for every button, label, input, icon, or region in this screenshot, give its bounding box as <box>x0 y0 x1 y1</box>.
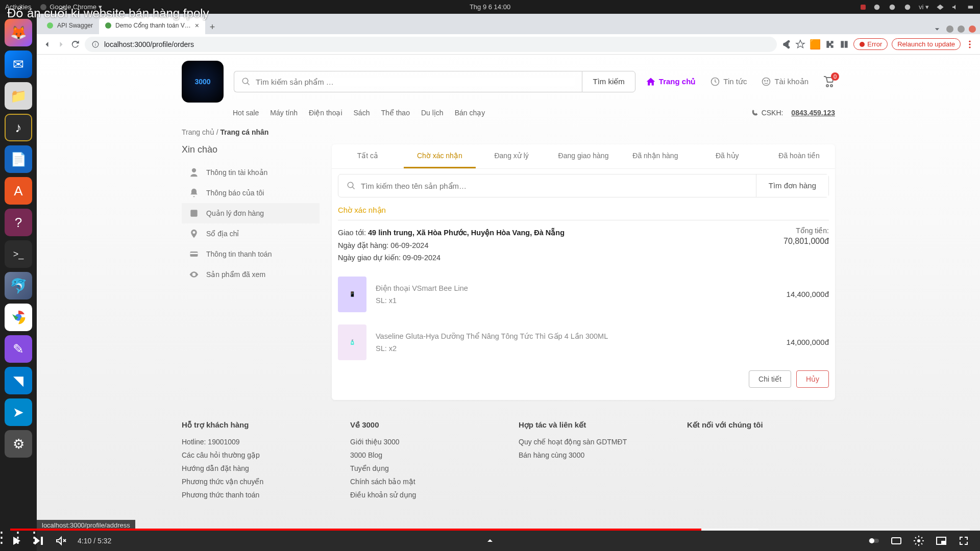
dock-terminal-icon[interactable]: >_ <box>5 240 32 268</box>
footer-link[interactable]: Điều khoản sử dụng <box>350 491 498 499</box>
tab-close-icon[interactable]: × <box>195 21 199 30</box>
subnav-item[interactable]: Thể thao <box>381 109 409 117</box>
subnav-item[interactable]: Sách <box>354 109 370 117</box>
dock-files-icon[interactable]: 📁 <box>5 82 32 110</box>
error-badge[interactable]: Error <box>853 38 888 50</box>
subnav-item[interactable]: Điện thoại <box>309 109 342 117</box>
footer-link[interactable]: 3000 Blog <box>350 451 498 459</box>
tab-shipping[interactable]: Đang giao hàng <box>548 144 620 168</box>
captions-icon[interactable] <box>890 535 902 547</box>
dock-rhythmbox-icon[interactable]: ♪ <box>5 114 32 141</box>
dock-telegram-icon[interactable]: ➤ <box>5 398 32 426</box>
sidebar-item-viewed[interactable]: Sản phẩm đã xem <box>182 264 320 285</box>
hotline-number[interactable]: 0843.459.123 <box>791 109 835 117</box>
forward-icon[interactable] <box>56 39 66 49</box>
tray-icon[interactable] <box>873 3 881 11</box>
puzzle-icon[interactable] <box>825 39 835 49</box>
product-name: Vaseline Gluta-Hya Dưỡng Thể Nâng Tông T… <box>376 332 777 340</box>
window-controls-icon[interactable] <box>839 39 849 49</box>
browser-menu-icon[interactable] <box>965 39 975 49</box>
play-icon[interactable] <box>10 535 22 547</box>
dock-workbench-icon[interactable]: 🐬 <box>5 272 32 299</box>
tab-pending[interactable]: Chờ xác nhận <box>404 144 476 168</box>
nav-news[interactable]: Tin tức <box>710 77 747 87</box>
detail-button[interactable]: Chi tiết <box>749 370 791 388</box>
new-tab-button[interactable]: + <box>205 20 219 34</box>
dock-writer-icon[interactable]: 📄 <box>5 145 32 173</box>
tray-icon[interactable] <box>903 3 912 11</box>
sidebar-item-notifications[interactable]: Thông báo của tôi <box>182 183 320 203</box>
url-text: localhost:3000/profile/orders <box>104 40 194 48</box>
battery-icon[interactable] <box>967 3 975 11</box>
chevron-down-icon[interactable] <box>932 24 942 34</box>
tab-refunded[interactable]: Đã hoàn tiền <box>763 144 835 168</box>
search-input[interactable] <box>256 78 575 86</box>
window-maximize-icon[interactable] <box>958 26 965 33</box>
breadcrumb-home[interactable]: Trang chủ <box>182 128 214 136</box>
window-minimize-icon[interactable] <box>946 26 953 33</box>
site-logo[interactable]: 3000 <box>182 61 224 103</box>
tab-received[interactable]: Đã nhận hàng <box>619 144 691 168</box>
lang-indicator[interactable]: vi ▾ <box>919 3 929 11</box>
order-search-input[interactable] <box>361 182 748 190</box>
dock-thunderbird-icon[interactable]: ✉ <box>5 51 32 78</box>
record-icon[interactable] <box>861 5 866 10</box>
miniplayer-icon[interactable] <box>935 535 947 547</box>
search-button[interactable]: Tìm kiếm <box>582 71 635 92</box>
total-value: 70,801,000đ <box>783 237 829 246</box>
svg-point-1 <box>890 4 895 10</box>
fullscreen-icon[interactable] <box>958 535 970 547</box>
next-icon[interactable] <box>33 535 45 547</box>
footer-link[interactable]: Các câu hỏi thường gặp <box>182 451 330 459</box>
footer-link[interactable]: Hotline: 19001009 <box>182 438 330 446</box>
settings-icon[interactable] <box>913 535 925 547</box>
reload-icon[interactable] <box>70 39 81 49</box>
dock-help-icon[interactable]: ? <box>5 209 32 236</box>
nav-account[interactable]: Tài khoản <box>761 77 808 87</box>
address-bar[interactable]: i localhost:3000/profile/orders <box>85 37 777 52</box>
footer-link[interactable]: Quy chế hoạt động sàn GDTMĐT <box>519 438 667 446</box>
footer-link[interactable]: Phương thức thanh toán <box>182 491 330 499</box>
window-close-icon[interactable] <box>969 26 976 33</box>
dock-firefox-icon[interactable]: 🦊 <box>5 19 32 46</box>
product-name: Điện thoại VSmart Bee Line <box>376 284 777 292</box>
cancel-button[interactable]: Hủy <box>796 370 829 388</box>
dock-software-icon[interactable]: A <box>5 177 32 205</box>
subnav-item[interactable]: Du lịch <box>421 109 444 117</box>
footer-link[interactable]: Phương thức vận chuyển <box>182 478 330 486</box>
mute-icon[interactable] <box>55 535 67 547</box>
tab-processing[interactable]: Đang xử lý <box>476 144 548 168</box>
footer-link[interactable]: Chính sách bảo mật <box>350 478 498 486</box>
tab-all[interactable]: Tất cả <box>332 144 404 168</box>
sidebar-item-payment[interactable]: Thông tin thanh toán <box>182 244 320 264</box>
dock-editor-icon[interactable]: ✎ <box>5 335 32 363</box>
nav-home[interactable]: Trang chủ <box>646 77 696 87</box>
extension-icon[interactable]: 🟧 <box>810 39 821 50</box>
dock-vscode-icon[interactable]: ◥ <box>5 367 32 394</box>
back-icon[interactable] <box>42 39 52 49</box>
dock-settings-icon[interactable]: ⚙ <box>5 430 32 458</box>
order-search-button[interactable]: Tìm đơn hàng <box>756 174 828 197</box>
footer-link[interactable]: Giới thiệu 3000 <box>350 438 498 446</box>
footer-link[interactable]: Bán hàng cùng 3000 <box>519 451 667 459</box>
subnav-item[interactable]: Bán chạy <box>455 109 485 117</box>
star-icon[interactable] <box>795 39 805 49</box>
share-icon[interactable] <box>781 39 791 49</box>
footer-link[interactable]: Hướng dẫn đặt hàng <box>182 464 330 472</box>
tray-icon[interactable] <box>888 3 896 11</box>
footer-link[interactable]: Tuyển dụng <box>350 464 498 472</box>
volume-icon[interactable] <box>951 3 960 11</box>
tab-cancelled[interactable]: Đã hủy <box>691 144 763 168</box>
relaunch-button[interactable]: Relaunch to update <box>892 38 961 50</box>
nav-cart[interactable]: 0 <box>823 76 835 88</box>
sidebar-item-account-info[interactable]: Thông tin tài khoản <box>182 162 320 183</box>
subnav-item[interactable]: Máy tính <box>270 109 298 117</box>
chevron-up-icon[interactable] <box>484 535 496 547</box>
sidebar-item-addresses[interactable]: Sổ địa chỉ <box>182 223 320 244</box>
sidebar-item-orders[interactable]: Quản lý đơn hàng <box>182 203 320 223</box>
network-icon[interactable] <box>936 3 944 11</box>
os-clock[interactable]: Thg 9 6 14:00 <box>470 3 510 11</box>
autoplay-toggle-icon[interactable] <box>868 535 880 547</box>
dock-chrome-icon[interactable] <box>5 304 32 331</box>
subnav-item[interactable]: Hot sale <box>233 109 259 117</box>
